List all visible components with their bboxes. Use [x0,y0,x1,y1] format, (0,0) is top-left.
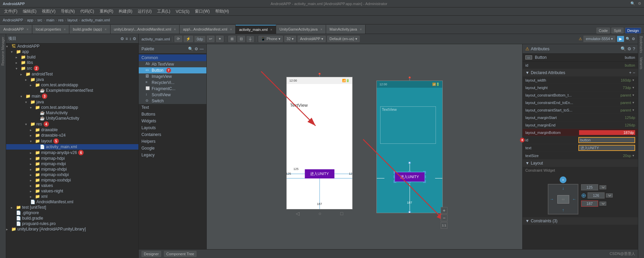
search-icon-design[interactable]: 🔍 [626,37,630,41]
back-btn-1[interactable]: ◁ [296,211,300,216]
tab-unity-manifest-close[interactable]: × [174,28,176,31]
tab-unity-manifest[interactable]: unityLibrary\...AndroidManifest.xml × [111,25,180,34]
attr-settings-icon[interactable]: ⚙ [627,46,631,51]
attr-dropdown-layout-height[interactable]: ▾ [631,86,635,90]
bc-layout[interactable]: layout [67,18,77,22]
palette-section-legacy[interactable]: Legacy [139,152,206,158]
tree-item[interactable]: ▸ 📁 mipmap-mdpi [6,161,138,167]
tree-item[interactable]: ▸ 📁 xml [6,194,138,199]
emulator-selector[interactable]: emulator-5554 ▾ [583,36,615,42]
margin-bottom-dropdown[interactable]: ▾ [599,202,606,206]
tree-item[interactable]: ▾ 📁 app [6,49,138,54]
menu-window[interactable]: 窗口(W) [192,8,212,15]
distribute-btn[interactable]: ⊟ [237,36,245,42]
tree-item[interactable]: 📄 .gitignore [6,210,138,216]
remove-attr-btn[interactable]: − [633,70,635,75]
palette-section-buttons[interactable]: Buttons [139,111,206,118]
palette-item-scrollview[interactable]: ↕ ScrollView [139,92,206,98]
tree-item[interactable]: ▸ 📁 mipmap-xhdpi [6,167,138,172]
tab-local-props-close[interactable]: × [64,28,66,31]
tab-activity-main-close[interactable]: × [270,28,272,32]
tree-item[interactable]: ▸ 📁 values [6,183,138,188]
palette-section-text[interactable]: Text [139,104,206,111]
tree-item[interactable]: ▸ 📁 drawable [6,127,138,133]
magnet-btn[interactable]: ⚡ [184,36,193,42]
margin-input[interactable]: 0dp [194,36,205,42]
palette-collapse-icon[interactable]: — [200,47,204,51]
device-selector[interactable]: 📱 Phone ▾ [258,36,283,42]
tab-build-gradle-close[interactable]: × [105,28,107,31]
button-unity-1[interactable]: 进入UNITY [305,169,334,178]
palette-item-recyclerview[interactable]: ≡ RecyclerVi... [139,80,206,86]
tree-collapse-icon[interactable]: ≡ [125,36,128,41]
tree-item[interactable]: ▸ 📁 test [unitTest] [6,205,138,210]
menu-build[interactable]: 构建(B) [116,8,135,15]
palette-settings-icon[interactable]: ⚙ [194,47,198,51]
tree-item[interactable]: 📄 activity_main.xml [6,144,138,150]
recent-btn-1[interactable]: □ [340,211,343,216]
menu-tools[interactable]: 工具(L) [154,8,173,15]
tree-item[interactable]: ▸ 📁 unityLibrary [AndroidAPP.unityLibrar… [6,226,138,232]
palette-icon[interactable]: activity_main.xml [141,37,170,41]
tree-item[interactable]: ▾ 📁 main 3 [6,93,138,99]
tab-build-gradle[interactable]: build.gradle (app) × [69,25,110,34]
layout-section-header[interactable]: ▼ Layout [523,159,638,167]
home-btn-1[interactable]: ○ [319,211,321,216]
palette-item-fragment[interactable]: ⬜ FragmentC... [139,86,206,92]
arrow-btn[interactable]: ↩ [207,36,215,42]
bookmarks-tab[interactable]: Bookmarks [639,34,644,55]
palette-item-switch[interactable]: ⊙ Switch [139,98,206,104]
tree-item[interactable]: ▾ 📁 res 4 [6,121,138,127]
tree-item[interactable]: ☕ UnityGameActivity [6,116,138,121]
tree-item[interactable]: 📄 AndroidManifest.xml [6,199,138,205]
bc-main[interactable]: main [46,18,54,22]
tree-item[interactable]: 📄 build.gradle [6,216,138,221]
resource-manager-tab[interactable]: Resource Manager [1,35,5,67]
variants-tab[interactable]: Variants [639,55,644,71]
palette-section-helpers[interactable]: Helpers [139,138,206,145]
tree-item[interactable]: ▸ 📁 androidTest [6,71,138,77]
menu-refactor[interactable]: 重构(R) [97,8,116,15]
zoom-in-btn[interactable]: + [441,207,447,214]
menu-file[interactable]: 文件(F) [1,8,20,15]
zoom-out-btn[interactable]: − [441,214,447,221]
menu-vcs[interactable]: VCS(S) [173,8,192,15]
design-view-btn[interactable]: Design [625,28,641,34]
add-attr-btn[interactable]: + [629,70,631,75]
tab-local-props[interactable]: local.properties × [32,25,69,34]
tab-unity-activity[interactable]: UnityGameActivity.java × [276,25,326,34]
margin-right-dropdown[interactable]: ▾ [606,193,613,197]
designer-tab[interactable]: Designer [141,251,161,257]
tree-item[interactable]: ▾ 📁 java [6,99,138,105]
margin-top-input[interactable] [581,184,598,190]
menu-help[interactable]: 帮助(H) [213,8,232,15]
app-selector[interactable]: AndroidAPP ▾ [298,36,326,42]
palette-item-imageview[interactable]: 🖼 ImageView [139,73,206,80]
menu-run[interactable]: 运行(U) [135,8,154,15]
magic-btn[interactable]: ✦ [216,36,224,42]
tab-androidapp-close[interactable]: × [27,28,29,31]
tab-main-activity-close[interactable]: × [360,28,362,31]
button-unity-2[interactable]: 进入UNITY [395,172,424,182]
palette-section-widgets[interactable]: Widgets [139,118,206,124]
bc-res[interactable]: res [58,18,64,22]
search-icon[interactable]: 🔍 [630,1,635,6]
tree-item[interactable]: 📄 proguard-rules.pro [6,221,138,226]
tree-item[interactable]: ▸ 📁 libs [6,60,138,65]
tree-item[interactable]: ▸ 📁 mipmap-xxhdpi [6,172,138,177]
tree-item[interactable]: ▸ 📁 java [6,77,138,82]
attr-value-text-input[interactable] [578,145,635,151]
attr-help-icon[interactable]: ? [633,46,635,51]
tab-main-activity[interactable]: MainActivity.java × [326,25,366,34]
rotate-btn[interactable]: ⟳ [174,36,182,42]
tree-item[interactable]: ▸ 📁 mipmap-xxxhdpi [6,177,138,183]
bc-app[interactable]: app [27,18,33,22]
run-btn[interactable]: ▶ [617,36,624,42]
tree-settings-icon[interactable]: ⚙ [133,36,136,41]
zoom-reset-btn[interactable]: 1:1 [441,222,447,229]
attr-dropdown-layout-width[interactable]: ▾ [631,78,635,82]
tree-sync-icon[interactable]: ⚙ [120,36,124,41]
margin-bottom-input[interactable] [581,201,598,207]
tree-item[interactable]: ☕ MainActivity [6,110,138,116]
tree-item[interactable]: ▸ 📁 mipmap-anydpi-v26 6 [6,150,138,156]
